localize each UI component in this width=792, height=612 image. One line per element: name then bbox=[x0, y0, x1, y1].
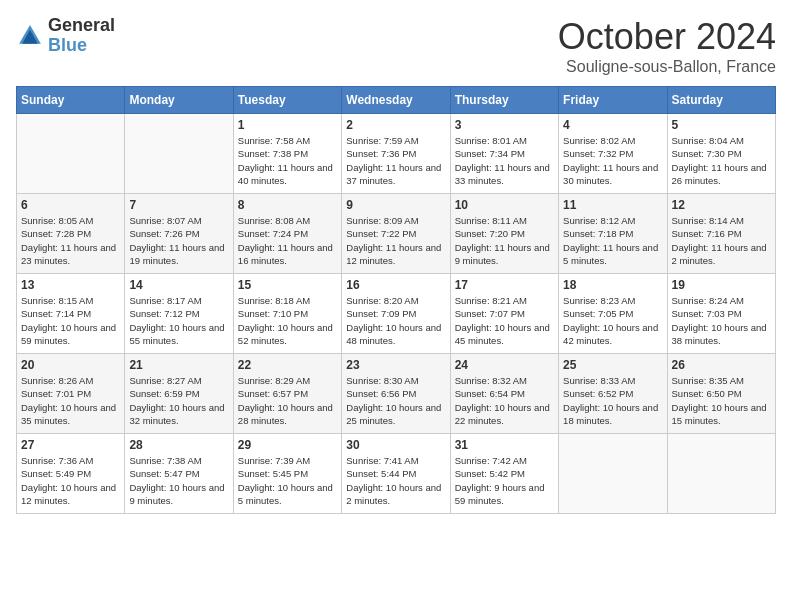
logo-general: General bbox=[48, 16, 115, 36]
calendar-cell: 9Sunrise: 8:09 AM Sunset: 7:22 PM Daylig… bbox=[342, 194, 450, 274]
calendar-cell: 28Sunrise: 7:38 AM Sunset: 5:47 PM Dayli… bbox=[125, 434, 233, 514]
day-detail: Sunrise: 8:11 AM Sunset: 7:20 PM Dayligh… bbox=[455, 214, 554, 267]
day-number: 26 bbox=[672, 358, 771, 372]
calendar-header-row: SundayMondayTuesdayWednesdayThursdayFrid… bbox=[17, 87, 776, 114]
day-number: 19 bbox=[672, 278, 771, 292]
day-detail: Sunrise: 8:15 AM Sunset: 7:14 PM Dayligh… bbox=[21, 294, 120, 347]
calendar-cell bbox=[125, 114, 233, 194]
day-detail: Sunrise: 7:39 AM Sunset: 5:45 PM Dayligh… bbox=[238, 454, 337, 507]
calendar-cell: 31Sunrise: 7:42 AM Sunset: 5:42 PM Dayli… bbox=[450, 434, 558, 514]
location-subtitle: Souligne-sous-Ballon, France bbox=[558, 58, 776, 76]
day-number: 22 bbox=[238, 358, 337, 372]
day-number: 16 bbox=[346, 278, 445, 292]
day-number: 12 bbox=[672, 198, 771, 212]
page-header: General Blue October 2024 Souligne-sous-… bbox=[16, 16, 776, 76]
col-header-friday: Friday bbox=[559, 87, 667, 114]
day-number: 24 bbox=[455, 358, 554, 372]
day-detail: Sunrise: 8:26 AM Sunset: 7:01 PM Dayligh… bbox=[21, 374, 120, 427]
day-detail: Sunrise: 8:01 AM Sunset: 7:34 PM Dayligh… bbox=[455, 134, 554, 187]
calendar-cell: 11Sunrise: 8:12 AM Sunset: 7:18 PM Dayli… bbox=[559, 194, 667, 274]
calendar-cell: 13Sunrise: 8:15 AM Sunset: 7:14 PM Dayli… bbox=[17, 274, 125, 354]
day-number: 4 bbox=[563, 118, 662, 132]
day-detail: Sunrise: 8:35 AM Sunset: 6:50 PM Dayligh… bbox=[672, 374, 771, 427]
day-number: 20 bbox=[21, 358, 120, 372]
calendar-cell bbox=[667, 434, 775, 514]
day-number: 28 bbox=[129, 438, 228, 452]
week-row-1: 1Sunrise: 7:58 AM Sunset: 7:38 PM Daylig… bbox=[17, 114, 776, 194]
calendar-cell: 29Sunrise: 7:39 AM Sunset: 5:45 PM Dayli… bbox=[233, 434, 341, 514]
day-detail: Sunrise: 8:23 AM Sunset: 7:05 PM Dayligh… bbox=[563, 294, 662, 347]
day-detail: Sunrise: 8:05 AM Sunset: 7:28 PM Dayligh… bbox=[21, 214, 120, 267]
day-number: 10 bbox=[455, 198, 554, 212]
day-number: 15 bbox=[238, 278, 337, 292]
calendar-cell: 6Sunrise: 8:05 AM Sunset: 7:28 PM Daylig… bbox=[17, 194, 125, 274]
day-number: 6 bbox=[21, 198, 120, 212]
logo-icon bbox=[16, 22, 44, 50]
day-detail: Sunrise: 8:33 AM Sunset: 6:52 PM Dayligh… bbox=[563, 374, 662, 427]
calendar-cell bbox=[17, 114, 125, 194]
calendar-cell: 30Sunrise: 7:41 AM Sunset: 5:44 PM Dayli… bbox=[342, 434, 450, 514]
calendar-cell: 3Sunrise: 8:01 AM Sunset: 7:34 PM Daylig… bbox=[450, 114, 558, 194]
day-detail: Sunrise: 8:29 AM Sunset: 6:57 PM Dayligh… bbox=[238, 374, 337, 427]
col-header-tuesday: Tuesday bbox=[233, 87, 341, 114]
day-number: 5 bbox=[672, 118, 771, 132]
day-number: 13 bbox=[21, 278, 120, 292]
day-number: 9 bbox=[346, 198, 445, 212]
logo-blue: Blue bbox=[48, 36, 115, 56]
calendar-cell: 16Sunrise: 8:20 AM Sunset: 7:09 PM Dayli… bbox=[342, 274, 450, 354]
calendar-cell bbox=[559, 434, 667, 514]
day-detail: Sunrise: 8:12 AM Sunset: 7:18 PM Dayligh… bbox=[563, 214, 662, 267]
calendar-cell: 27Sunrise: 7:36 AM Sunset: 5:49 PM Dayli… bbox=[17, 434, 125, 514]
calendar-cell: 22Sunrise: 8:29 AM Sunset: 6:57 PM Dayli… bbox=[233, 354, 341, 434]
week-row-2: 6Sunrise: 8:05 AM Sunset: 7:28 PM Daylig… bbox=[17, 194, 776, 274]
day-detail: Sunrise: 8:17 AM Sunset: 7:12 PM Dayligh… bbox=[129, 294, 228, 347]
calendar-cell: 7Sunrise: 8:07 AM Sunset: 7:26 PM Daylig… bbox=[125, 194, 233, 274]
calendar-cell: 24Sunrise: 8:32 AM Sunset: 6:54 PM Dayli… bbox=[450, 354, 558, 434]
day-number: 2 bbox=[346, 118, 445, 132]
col-header-sunday: Sunday bbox=[17, 87, 125, 114]
col-header-saturday: Saturday bbox=[667, 87, 775, 114]
week-row-4: 20Sunrise: 8:26 AM Sunset: 7:01 PM Dayli… bbox=[17, 354, 776, 434]
day-detail: Sunrise: 8:27 AM Sunset: 6:59 PM Dayligh… bbox=[129, 374, 228, 427]
day-detail: Sunrise: 7:42 AM Sunset: 5:42 PM Dayligh… bbox=[455, 454, 554, 507]
calendar-cell: 8Sunrise: 8:08 AM Sunset: 7:24 PM Daylig… bbox=[233, 194, 341, 274]
day-detail: Sunrise: 8:32 AM Sunset: 6:54 PM Dayligh… bbox=[455, 374, 554, 427]
day-number: 7 bbox=[129, 198, 228, 212]
logo: General Blue bbox=[16, 16, 115, 56]
day-number: 27 bbox=[21, 438, 120, 452]
day-number: 18 bbox=[563, 278, 662, 292]
week-row-3: 13Sunrise: 8:15 AM Sunset: 7:14 PM Dayli… bbox=[17, 274, 776, 354]
day-detail: Sunrise: 8:09 AM Sunset: 7:22 PM Dayligh… bbox=[346, 214, 445, 267]
day-detail: Sunrise: 8:14 AM Sunset: 7:16 PM Dayligh… bbox=[672, 214, 771, 267]
col-header-monday: Monday bbox=[125, 87, 233, 114]
day-number: 3 bbox=[455, 118, 554, 132]
calendar-cell: 17Sunrise: 8:21 AM Sunset: 7:07 PM Dayli… bbox=[450, 274, 558, 354]
calendar-cell: 2Sunrise: 7:59 AM Sunset: 7:36 PM Daylig… bbox=[342, 114, 450, 194]
day-detail: Sunrise: 7:36 AM Sunset: 5:49 PM Dayligh… bbox=[21, 454, 120, 507]
title-block: October 2024 Souligne-sous-Ballon, Franc… bbox=[558, 16, 776, 76]
calendar-cell: 5Sunrise: 8:04 AM Sunset: 7:30 PM Daylig… bbox=[667, 114, 775, 194]
week-row-5: 27Sunrise: 7:36 AM Sunset: 5:49 PM Dayli… bbox=[17, 434, 776, 514]
calendar-cell: 21Sunrise: 8:27 AM Sunset: 6:59 PM Dayli… bbox=[125, 354, 233, 434]
day-number: 21 bbox=[129, 358, 228, 372]
day-detail: Sunrise: 7:58 AM Sunset: 7:38 PM Dayligh… bbox=[238, 134, 337, 187]
day-detail: Sunrise: 8:21 AM Sunset: 7:07 PM Dayligh… bbox=[455, 294, 554, 347]
col-header-wednesday: Wednesday bbox=[342, 87, 450, 114]
day-number: 14 bbox=[129, 278, 228, 292]
day-detail: Sunrise: 8:07 AM Sunset: 7:26 PM Dayligh… bbox=[129, 214, 228, 267]
calendar-cell: 4Sunrise: 8:02 AM Sunset: 7:32 PM Daylig… bbox=[559, 114, 667, 194]
day-number: 25 bbox=[563, 358, 662, 372]
calendar-cell: 12Sunrise: 8:14 AM Sunset: 7:16 PM Dayli… bbox=[667, 194, 775, 274]
day-detail: Sunrise: 7:59 AM Sunset: 7:36 PM Dayligh… bbox=[346, 134, 445, 187]
day-number: 1 bbox=[238, 118, 337, 132]
calendar-cell: 25Sunrise: 8:33 AM Sunset: 6:52 PM Dayli… bbox=[559, 354, 667, 434]
month-title: October 2024 bbox=[558, 16, 776, 58]
day-detail: Sunrise: 7:38 AM Sunset: 5:47 PM Dayligh… bbox=[129, 454, 228, 507]
calendar-cell: 26Sunrise: 8:35 AM Sunset: 6:50 PM Dayli… bbox=[667, 354, 775, 434]
col-header-thursday: Thursday bbox=[450, 87, 558, 114]
day-number: 29 bbox=[238, 438, 337, 452]
day-number: 23 bbox=[346, 358, 445, 372]
calendar-cell: 19Sunrise: 8:24 AM Sunset: 7:03 PM Dayli… bbox=[667, 274, 775, 354]
day-detail: Sunrise: 8:18 AM Sunset: 7:10 PM Dayligh… bbox=[238, 294, 337, 347]
calendar-cell: 18Sunrise: 8:23 AM Sunset: 7:05 PM Dayli… bbox=[559, 274, 667, 354]
